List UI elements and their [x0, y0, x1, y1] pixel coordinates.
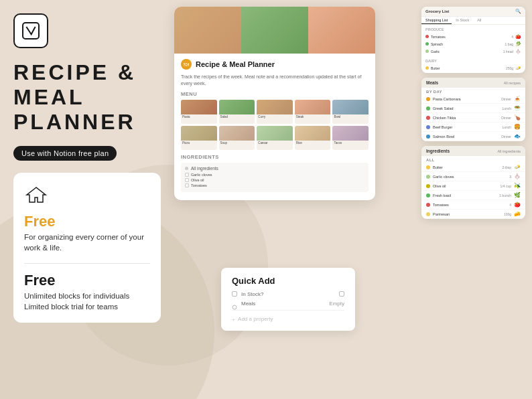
sc-title: Recipe & Meal Planner — [196, 60, 275, 68]
sc-title-row: 🍽 Recipe & Meal Planner — [181, 59, 369, 70]
ingr-emoji-1: 🧈 — [514, 164, 521, 170]
quick-add-title: Quick Add — [232, 276, 344, 286]
meal-name-1: Pasta — [181, 114, 217, 119]
free-desc-2-line2: Limited block trial for teams — [24, 301, 150, 312]
meal-row-cat-5: Dinner — [501, 135, 511, 139]
food-photo-3 — [308, 7, 375, 54]
grocery-tab-instock[interactable]: In Stock — [452, 17, 473, 24]
meal-img-3 — [257, 100, 293, 114]
meal-dot-1 — [426, 97, 430, 101]
free-plan-section-2: Free Unlimited blocks for individuals Li… — [24, 272, 150, 312]
meal-row-1: Pasta Carbonara Dinner 🍝 — [421, 94, 525, 104]
card-divider — [24, 263, 150, 264]
meal-img-2 — [219, 100, 255, 114]
db-item-2: Olive oil — [191, 178, 204, 182]
meal-grid: Pasta Salad Curry Steak Bowl — [181, 100, 369, 150]
meal-card-4: Steak — [295, 100, 331, 124]
ingr-qty-2: 3 — [509, 175, 511, 179]
meal-row-name-2: Greek Salad — [433, 106, 499, 110]
svg-rect-0 — [23, 23, 39, 39]
qs-field-2: Meals Empty — [232, 301, 344, 307]
qs-divider — [232, 310, 344, 311]
ingr-emoji-3: 🫒 — [514, 183, 521, 189]
ingr-row-2: Garlic cloves 3 🧄 — [421, 172, 525, 181]
grocery-qty-2: 1 bag — [505, 42, 513, 46]
svg-point-1 — [232, 305, 237, 309]
qs-checkbox-1[interactable] — [232, 291, 237, 297]
db-checkbox-1[interactable] — [185, 173, 189, 177]
meals-section-by-day: By Day — [421, 88, 525, 94]
ingr-dot-5 — [426, 203, 430, 207]
meal-row-emoji-2: 🥗 — [514, 105, 521, 111]
grocery-header: Grocery List 🔍 — [421, 7, 525, 17]
grocery-name-3: Garlic — [431, 50, 501, 54]
meal-row-cat-2: Lunch — [502, 106, 511, 110]
meals-header-right: All recipes — [504, 81, 521, 85]
ingr-qty-5: 4 — [509, 203, 511, 207]
meal-row-emoji-5: 🐟 — [514, 133, 521, 139]
meal-dot-5 — [426, 135, 430, 139]
meal-name-6: Pizza — [181, 141, 217, 145]
grocery-title: Grocery List — [425, 9, 449, 13]
add-property-label: Add a property — [238, 316, 273, 322]
ingr-dot-6 — [426, 212, 430, 216]
ingr-row-1: Butter 2 tbsp 🧈 — [421, 163, 525, 172]
right-screenshots: Grocery List 🔍 Shopping List In Stock Al… — [421, 7, 525, 219]
main-app-screenshot: 🍽 Recipe & Meal Planner Track the recipe… — [174, 7, 375, 200]
free-desc-1: For organizing every corner of your work… — [24, 232, 150, 253]
meal-name-8: Caesar — [257, 141, 293, 145]
meal-row-5: Salmon Bowl Dinner 🐟 — [421, 132, 525, 141]
food-photos — [174, 7, 375, 54]
db-label: All ingredients — [191, 166, 218, 171]
ingredients-list-screenshot: Ingredients All ingredients All Butter 2… — [421, 146, 525, 219]
qs-add-row[interactable]: + Add a property — [232, 313, 344, 323]
recipe-icon: 🍽 — [181, 59, 192, 70]
db-checkbox-2[interactable] — [185, 178, 189, 182]
ingr-name-2: Garlic cloves — [433, 175, 507, 179]
grocery-name-5: Butter — [431, 66, 504, 70]
ingr-dot-4 — [426, 193, 430, 197]
meal-row-emoji-3: 🍗 — [514, 114, 521, 121]
grocery-qty-1: 4 — [511, 35, 513, 39]
ingr-qty-4: 1 bunch — [499, 193, 511, 197]
title-line-2: MEAL — [13, 85, 161, 110]
meal-card-9: Rice — [295, 126, 331, 150]
meal-row-emoji-1: 🍝 — [514, 96, 521, 102]
ingr-row-5: Tomatoes 4 🍅 — [421, 200, 525, 210]
produce-section-title: Produce — [421, 26, 525, 33]
meal-card-1: Pasta — [181, 100, 217, 124]
ingr-name-4: Fresh basil — [433, 193, 496, 197]
ingr-name-1: Butter — [433, 165, 499, 169]
grocery-emoji-5: 🧈 — [515, 66, 521, 71]
meal-dot-3 — [426, 116, 430, 120]
grocery-search-icon[interactable]: 🔍 — [515, 9, 521, 14]
ingr-qty-1: 2 tbsp — [502, 165, 511, 169]
ingr-header-right: All ingredients — [497, 149, 521, 153]
qs-value-checkbox[interactable] — [339, 291, 344, 297]
grocery-name-1: Tomatoes — [431, 35, 509, 39]
grocery-list-screenshot: Grocery List 🔍 Shopping List In Stock Al… — [421, 7, 525, 73]
meals-header-title: Meals — [426, 80, 438, 85]
meal-row-emoji-4: 🍔 — [514, 124, 521, 130]
plus-icon: + — [232, 316, 235, 323]
meal-row-cat-1: Dinner — [501, 97, 511, 101]
db-checkbox-3[interactable] — [185, 183, 189, 187]
left-panel: RECIPE & MEAL PLANNER Use with Notion fr… — [13, 13, 161, 323]
meal-row-cat-4: Lunch — [502, 125, 511, 129]
quick-add-screenshot: Quick Add In Stock? Meals Empty + Add a … — [221, 268, 355, 331]
ingr-row-6: Parmesan 100g 🧀 — [421, 210, 525, 219]
ingr-dot-2 — [426, 175, 430, 179]
grocery-tab-all[interactable]: All — [473, 17, 485, 24]
meal-dot-4 — [426, 125, 430, 129]
qs-label-1: In Stock? — [241, 291, 263, 297]
ingr-qty-3: 1/4 cup — [501, 184, 511, 188]
meal-name-7: Soup — [219, 141, 255, 145]
grocery-tab-shopping[interactable]: Shopping List — [421, 17, 452, 24]
notion-plan-badge: Use with Notion free plan — [13, 146, 117, 161]
ingr-row-3: Olive oil 1/4 cup 🫒 — [421, 181, 525, 191]
db-row-1: Garlic cloves — [185, 173, 364, 177]
ingr-header-title: Ingredients — [426, 149, 450, 153]
meals-icon — [232, 301, 237, 306]
meal-name-10: Tacos — [332, 141, 369, 145]
ingr-section-all: All — [421, 156, 525, 163]
